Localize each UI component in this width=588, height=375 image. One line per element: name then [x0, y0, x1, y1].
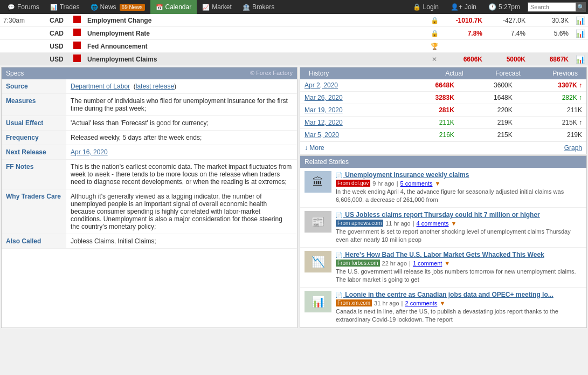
high-impact-flag [73, 29, 81, 36]
trophy-icon: 🏆 [431, 43, 439, 50]
story-time: 31 hr ago [374, 300, 399, 306]
history-header-cols: History Actual Forecast Previous [305, 70, 582, 77]
event-name[interactable]: Unemployment Claims [84, 53, 426, 66]
specs-value: Jobless Claims, Initial Claims; [66, 234, 297, 249]
bar-chart-icon: 📊 [576, 16, 585, 25]
event-forecast: 5000K [486, 53, 529, 66]
event-currency: USD [43, 53, 70, 66]
story-title[interactable]: 📄 US Jobless claims report Thursday coul… [336, 211, 582, 219]
graph-link[interactable]: Graph [564, 144, 582, 152]
event-previous: 5.6% [529, 27, 572, 40]
story-comments-link[interactable]: 4 comments [417, 220, 449, 227]
flag-cell [70, 40, 84, 53]
event-star-icon[interactable]: 🔒 [426, 14, 442, 27]
history-previous: 282K ↑ [517, 92, 586, 104]
specs-label: Why Traders Care [2, 189, 66, 234]
specs-label: FF Notes [2, 160, 66, 189]
stories-header: Related Stories [300, 156, 586, 168]
specs-title: Specs [6, 70, 24, 77]
history-header: History Actual Forecast Previous [300, 67, 586, 79]
join-button[interactable]: 👤+ Join [446, 3, 481, 11]
nav-news[interactable]: 🌐 News 69 News [85, 0, 150, 14]
history-date-link[interactable]: Mar 5, 2020 [305, 131, 339, 139]
comment-arrow: ▼ [435, 180, 441, 187]
event-previous: 6867K [529, 53, 572, 66]
story-meta: From forbes.com 22 hr ago | 1 comment ▼ [336, 260, 582, 267]
history-actual: 3283K [400, 92, 459, 104]
more-button[interactable]: ↓ More [305, 144, 324, 152]
history-table: Apr 2, 2020 6648K 3600K 3307K ↑ Mar 26, … [300, 79, 586, 141]
search-button[interactable]: 🔍 [576, 2, 586, 12]
nav-calendar-label: Calendar [165, 3, 192, 11]
nav-brokers[interactable]: 🏦 Brokers [237, 0, 280, 14]
history-col-date: History [305, 70, 410, 77]
bar-chart-icon: 📊 [576, 29, 585, 38]
event-actual [442, 40, 486, 53]
history-date-link[interactable]: Apr 2, 2020 [305, 81, 338, 89]
nav-market[interactable]: 📈 Market [197, 0, 237, 14]
specs-row-measures: Measures The number of individuals who f… [2, 94, 297, 116]
search-input[interactable] [528, 2, 576, 12]
document-icon: 📄 [336, 252, 342, 258]
history-date-link[interactable]: Mar 26, 2020 [305, 94, 343, 101]
table-row: Apr 2, 2020 6648K 3600K 3307K ↑ [300, 79, 586, 92]
document-icon: 📄 [336, 172, 342, 178]
specs-label: Source [2, 79, 66, 94]
nav-forums[interactable]: 💬 Forums [2, 0, 45, 14]
calendar-icon: 📅 [156, 4, 163, 11]
time-value: 5:27pm [499, 3, 520, 11]
event-trophy-icon[interactable]: 🏆 [426, 40, 442, 53]
story-thumbnail: 📊 [305, 291, 331, 312]
story-content: 📄 Here's How Bad The U.S. Labor Market G… [336, 251, 582, 284]
history-date-link[interactable]: Mar 19, 2020 [305, 106, 343, 114]
story-title[interactable]: 📄 Loonie in the centre as Canadian jobs … [336, 291, 582, 298]
table-row: USD Fed Announcement 🏆 [0, 40, 588, 53]
story-thumbnail: 📉 [305, 251, 331, 272]
latest-release-link[interactable]: latest release [136, 83, 174, 90]
story-comments-link[interactable]: 5 comments [400, 180, 433, 187]
event-name[interactable]: Unemployment Rate [84, 27, 426, 40]
event-name[interactable]: Fed Announcement [84, 40, 426, 53]
story-title[interactable]: 📄 Unemployment insurance weekly claims [336, 171, 582, 179]
chart-icon-cell[interactable]: 📊 [572, 53, 588, 66]
related-stories-panel: Related Stories 🏛 📄 Unemployment insuran… [300, 155, 587, 328]
login-button[interactable]: 🔒 Login [409, 3, 443, 11]
history-previous: 3307K ↑ [517, 79, 586, 92]
story-content: 📄 Unemployment insurance weekly claims F… [336, 171, 582, 204]
next-release-link[interactable]: Apr 16, 2020 [71, 148, 108, 156]
history-footer: ↓ More Graph [300, 141, 586, 154]
event-currency: CAD [43, 14, 70, 27]
specs-row-ff-notes: FF Notes This is the nation's earliest e… [2, 160, 297, 189]
forex-factory-copyright[interactable]: © Forex Factory [250, 70, 293, 77]
event-x-icon[interactable]: ✕ [426, 53, 442, 66]
story-thumbnail: 📰 [305, 211, 331, 233]
document-icon: 📄 [336, 212, 342, 218]
source-link[interactable]: Department of Labor [71, 83, 130, 90]
nav-calendar[interactable]: 📅 Calendar [150, 0, 197, 14]
story-comments-link[interactable]: 1 comment [413, 260, 442, 267]
specs-panel: Specs © Forex Factory Source Department … [1, 67, 298, 328]
event-actual: 6606K [442, 53, 486, 66]
list-item: 📊 📄 Loonie in the centre as Canadian job… [300, 288, 586, 328]
chart-icon-cell[interactable]: 📊 [572, 14, 588, 27]
specs-value: 'Actual' less than 'Forecast' is good fo… [66, 116, 297, 131]
story-text: In the week ending April 4, the advance … [336, 188, 582, 204]
history-actual: 281K [400, 104, 459, 117]
chart-icon-cell[interactable]: 📊 [572, 27, 588, 40]
event-star-icon[interactable]: 🔒 [426, 27, 442, 40]
specs-row-also-called: Also Called Jobless Claims, Initial Clai… [2, 234, 297, 249]
event-currency: USD [43, 40, 70, 53]
nav-trades[interactable]: 📊 Trades [45, 0, 85, 14]
login-label: Login [423, 3, 439, 11]
story-meta: From dol.gov 9 hr ago | 5 comments ▼ [336, 180, 582, 187]
lock-icon: 🔒 [431, 17, 439, 24]
table-row: USD Unemployment Claims ✕ 6606K 5000K 68… [0, 53, 588, 66]
event-name[interactable]: Employment Change [84, 14, 426, 27]
history-date-link[interactable]: Mar 12, 2020 [305, 119, 343, 126]
story-comments-link[interactable]: 2 comments [405, 300, 437, 306]
brokers-icon: 🏦 [243, 4, 250, 11]
history-forecast: 219K [459, 117, 517, 129]
specs-row-source: Source Department of Labor (latest relea… [2, 79, 297, 94]
event-actual: -1010.7K [442, 14, 486, 27]
story-title[interactable]: 📄 Here's How Bad The U.S. Labor Market G… [336, 251, 582, 258]
